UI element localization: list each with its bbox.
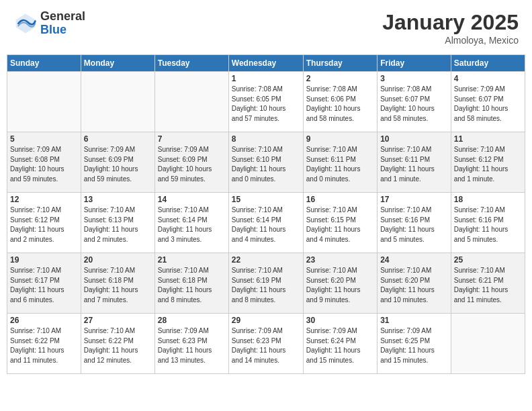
day-number: 11 xyxy=(454,134,522,144)
title-block: January 2025 Almoloya, Mexico xyxy=(382,10,519,46)
day-number: 23 xyxy=(306,255,374,265)
calendar-cell: 21Sunrise: 7:10 AM Sunset: 6:18 PM Dayli… xyxy=(154,253,228,314)
calendar-cell: 11Sunrise: 7:10 AM Sunset: 6:12 PM Dayli… xyxy=(451,132,525,193)
calendar-cell: 13Sunrise: 7:10 AM Sunset: 6:13 PM Dayli… xyxy=(81,193,154,253)
calendar-cell: 17Sunrise: 7:10 AM Sunset: 6:16 PM Dayli… xyxy=(378,193,451,253)
day-number: 21 xyxy=(158,255,226,265)
logo-text: General Blue xyxy=(40,10,85,37)
day-info: Sunrise: 7:10 AM Sunset: 6:22 PM Dayligh… xyxy=(84,326,152,365)
day-info: Sunrise: 7:10 AM Sunset: 6:20 PM Dayligh… xyxy=(306,266,374,305)
day-info: Sunrise: 7:10 AM Sunset: 6:22 PM Dayligh… xyxy=(10,326,78,365)
calendar-cell: 12Sunrise: 7:10 AM Sunset: 6:12 PM Dayli… xyxy=(7,193,81,253)
calendar-header-row: SundayMondayTuesdayWednesdayThursdayFrid… xyxy=(7,55,525,72)
calendar-week-row: 26Sunrise: 7:10 AM Sunset: 6:22 PM Dayli… xyxy=(7,314,525,374)
day-number: 25 xyxy=(454,255,522,265)
day-number: 17 xyxy=(380,195,448,204)
day-info: Sunrise: 7:10 AM Sunset: 6:18 PM Dayligh… xyxy=(84,266,152,305)
calendar-cell: 8Sunrise: 7:10 AM Sunset: 6:10 PM Daylig… xyxy=(228,132,303,193)
day-info: Sunrise: 7:10 AM Sunset: 6:15 PM Dayligh… xyxy=(306,205,374,244)
logo: General Blue xyxy=(13,10,85,37)
page-header: General Blue January 2025 Almoloya, Mexi… xyxy=(7,7,525,49)
calendar-week-row: 5Sunrise: 7:09 AM Sunset: 6:08 PM Daylig… xyxy=(7,132,525,193)
day-number: 7 xyxy=(158,134,226,144)
day-info: Sunrise: 7:09 AM Sunset: 6:23 PM Dayligh… xyxy=(232,326,300,365)
day-number: 15 xyxy=(232,195,300,204)
day-number: 1 xyxy=(232,74,300,83)
day-info: Sunrise: 7:10 AM Sunset: 6:16 PM Dayligh… xyxy=(454,205,522,244)
day-number: 18 xyxy=(454,195,522,204)
day-number: 5 xyxy=(10,134,78,144)
calendar-cell: 1Sunrise: 7:08 AM Sunset: 6:05 PM Daylig… xyxy=(228,72,303,132)
calendar-cell: 3Sunrise: 7:08 AM Sunset: 6:07 PM Daylig… xyxy=(378,72,451,132)
day-info: Sunrise: 7:10 AM Sunset: 6:13 PM Dayligh… xyxy=(84,205,152,244)
day-number: 8 xyxy=(232,134,300,144)
day-info: Sunrise: 7:09 AM Sunset: 6:25 PM Dayligh… xyxy=(380,326,448,365)
day-number: 29 xyxy=(232,316,300,325)
logo-icon xyxy=(13,11,38,36)
day-info: Sunrise: 7:08 AM Sunset: 6:06 PM Dayligh… xyxy=(306,85,374,124)
page-container: General Blue January 2025 Almoloya, Mexi… xyxy=(7,7,525,374)
calendar-cell: 10Sunrise: 7:10 AM Sunset: 6:11 PM Dayli… xyxy=(378,132,451,193)
day-info: Sunrise: 7:10 AM Sunset: 6:19 PM Dayligh… xyxy=(232,266,300,305)
day-number: 19 xyxy=(10,255,78,265)
month-title: January 2025 xyxy=(382,10,519,35)
day-number: 12 xyxy=(10,195,78,204)
calendar-cell: 5Sunrise: 7:09 AM Sunset: 6:08 PM Daylig… xyxy=(7,132,81,193)
day-number: 13 xyxy=(84,195,152,204)
day-info: Sunrise: 7:10 AM Sunset: 6:11 PM Dayligh… xyxy=(380,145,448,184)
day-info: Sunrise: 7:10 AM Sunset: 6:10 PM Dayligh… xyxy=(232,145,300,184)
day-info: Sunrise: 7:09 AM Sunset: 6:08 PM Dayligh… xyxy=(10,145,78,184)
calendar-cell: 30Sunrise: 7:09 AM Sunset: 6:24 PM Dayli… xyxy=(303,314,377,374)
calendar-cell: 27Sunrise: 7:10 AM Sunset: 6:22 PM Dayli… xyxy=(81,314,154,374)
day-info: Sunrise: 7:09 AM Sunset: 6:09 PM Dayligh… xyxy=(84,145,152,184)
calendar-cell: 7Sunrise: 7:09 AM Sunset: 6:09 PM Daylig… xyxy=(154,132,228,193)
day-number: 9 xyxy=(306,134,374,144)
day-info: Sunrise: 7:09 AM Sunset: 6:07 PM Dayligh… xyxy=(454,85,522,124)
calendar-cell: 22Sunrise: 7:10 AM Sunset: 6:19 PM Dayli… xyxy=(228,253,303,314)
day-info: Sunrise: 7:10 AM Sunset: 6:12 PM Dayligh… xyxy=(454,145,522,184)
calendar-cell: 26Sunrise: 7:10 AM Sunset: 6:22 PM Dayli… xyxy=(7,314,81,374)
calendar-cell: 28Sunrise: 7:09 AM Sunset: 6:23 PM Dayli… xyxy=(154,314,228,374)
logo-general: General xyxy=(40,10,85,24)
calendar-cell: 19Sunrise: 7:10 AM Sunset: 6:17 PM Dayli… xyxy=(7,253,81,314)
day-info: Sunrise: 7:09 AM Sunset: 6:23 PM Dayligh… xyxy=(158,326,226,365)
calendar-cell: 25Sunrise: 7:10 AM Sunset: 6:21 PM Dayli… xyxy=(451,253,525,314)
day-number: 30 xyxy=(306,316,374,325)
day-info: Sunrise: 7:10 AM Sunset: 6:20 PM Dayligh… xyxy=(380,266,448,305)
day-info: Sunrise: 7:09 AM Sunset: 6:09 PM Dayligh… xyxy=(158,145,226,184)
day-info: Sunrise: 7:10 AM Sunset: 6:11 PM Dayligh… xyxy=(306,145,374,184)
day-number: 6 xyxy=(84,134,152,144)
day-number: 27 xyxy=(84,316,152,325)
calendar-cell: 20Sunrise: 7:10 AM Sunset: 6:18 PM Dayli… xyxy=(81,253,154,314)
calendar-cell: 29Sunrise: 7:09 AM Sunset: 6:23 PM Dayli… xyxy=(228,314,303,374)
calendar-cell: 2Sunrise: 7:08 AM Sunset: 6:06 PM Daylig… xyxy=(303,72,377,132)
day-number: 22 xyxy=(232,255,300,265)
calendar-cell: 4Sunrise: 7:09 AM Sunset: 6:07 PM Daylig… xyxy=(451,72,525,132)
calendar-cell: 6Sunrise: 7:09 AM Sunset: 6:09 PM Daylig… xyxy=(81,132,154,193)
day-info: Sunrise: 7:09 AM Sunset: 6:24 PM Dayligh… xyxy=(306,326,374,365)
day-number: 20 xyxy=(84,255,152,265)
weekday-header-monday: Monday xyxy=(81,55,154,72)
day-info: Sunrise: 7:08 AM Sunset: 6:05 PM Dayligh… xyxy=(232,85,300,124)
calendar-cell: 31Sunrise: 7:09 AM Sunset: 6:25 PM Dayli… xyxy=(378,314,451,374)
calendar-week-row: 1Sunrise: 7:08 AM Sunset: 6:05 PM Daylig… xyxy=(7,72,525,132)
calendar-cell: 23Sunrise: 7:10 AM Sunset: 6:20 PM Dayli… xyxy=(303,253,377,314)
day-info: Sunrise: 7:10 AM Sunset: 6:21 PM Dayligh… xyxy=(454,266,522,305)
weekday-header-saturday: Saturday xyxy=(451,55,525,72)
logo-blue: Blue xyxy=(40,24,85,37)
weekday-header-thursday: Thursday xyxy=(303,55,377,72)
day-info: Sunrise: 7:10 AM Sunset: 6:12 PM Dayligh… xyxy=(10,205,78,244)
calendar-cell xyxy=(81,72,154,132)
calendar-cell: 24Sunrise: 7:10 AM Sunset: 6:20 PM Dayli… xyxy=(378,253,451,314)
calendar-cell xyxy=(451,314,525,374)
day-number: 16 xyxy=(306,195,374,204)
day-info: Sunrise: 7:08 AM Sunset: 6:07 PM Dayligh… xyxy=(380,85,448,124)
day-number: 4 xyxy=(454,74,522,83)
day-number: 14 xyxy=(158,195,226,204)
calendar-week-row: 12Sunrise: 7:10 AM Sunset: 6:12 PM Dayli… xyxy=(7,193,525,253)
location-subtitle: Almoloya, Mexico xyxy=(382,35,519,46)
day-number: 2 xyxy=(306,74,374,83)
day-number: 3 xyxy=(380,74,448,83)
weekday-header-sunday: Sunday xyxy=(7,55,81,72)
day-number: 28 xyxy=(158,316,226,325)
